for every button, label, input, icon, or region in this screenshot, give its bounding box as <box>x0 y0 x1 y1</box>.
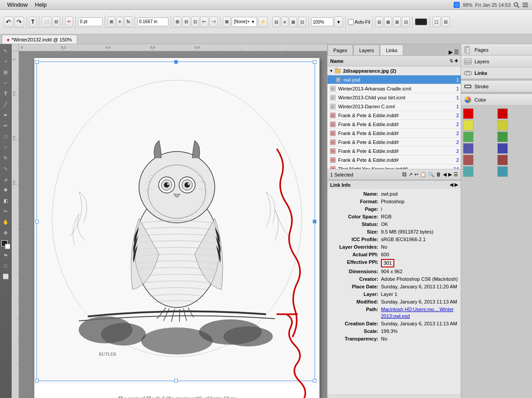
link-item-frank6[interactable]: ID Frank & Pete & Eddie.indd# 2 <box>327 156 461 164</box>
align2-btn[interactable]: ≡ <box>116 16 123 27</box>
flash-btn[interactable]: ⚡ <box>258 16 268 27</box>
tab-layers[interactable]: Layers <box>353 45 380 55</box>
dist-v[interactable]: ⊡ <box>298 16 306 27</box>
tab-pages[interactable]: Pages <box>327 45 353 55</box>
subpanel-layers[interactable]: Layers <box>461 56 532 67</box>
link-icon-3[interactable]: ↩ <box>414 172 418 177</box>
paste-btn[interactable]: ⊟ <box>52 16 60 27</box>
link-item-frank3[interactable]: ID Frank & Pete & Eddie.indd# 2 <box>327 129 461 138</box>
subpanel-color[interactable]: Color <box>461 94 532 106</box>
ellipse-tool[interactable]: ○ <box>1 142 11 152</box>
link-item-arkansas[interactable]: IC Winter2013-Arkansas Cradle.icml 1 <box>327 84 461 93</box>
preview-mode[interactable]: ⬜ <box>1 271 11 281</box>
style-btn[interactable]: ⊠ <box>223 16 231 27</box>
size-input[interactable] <box>78 17 102 26</box>
type-tool[interactable]: T <box>1 89 11 98</box>
shear-tool[interactable]: ⊿ <box>1 174 11 184</box>
scissors-tool[interactable]: ✂ <box>1 206 11 216</box>
document-canvas[interactable]: BUTLER <box>19 51 327 398</box>
frame2[interactable]: ☒ <box>442 16 450 27</box>
link-item-frank2[interactable]: ID Frank & Pete & Eddie.indd# 2 <box>327 120 461 129</box>
panel-options-btn[interactable]: ☰ <box>454 172 458 177</box>
color-teal[interactable] <box>463 166 474 177</box>
sample-tool[interactable]: ✚ <box>1 185 11 195</box>
scale-tool[interactable]: ⤡ <box>1 164 11 173</box>
menu-help[interactable]: Help <box>31 1 50 8</box>
hand-tool[interactable]: ✋ <box>1 217 11 227</box>
zoom-tool[interactable]: ⊕ <box>1 228 11 238</box>
redo-btn[interactable]: ↷ <box>14 16 24 27</box>
zoom-input[interactable] <box>311 17 333 26</box>
color-swatch[interactable] <box>415 18 427 25</box>
link-group-item[interactable]: ▼ 2disappearance.jpg (2) <box>327 66 461 75</box>
pencil-tool[interactable]: ✏ <box>1 121 11 131</box>
table2-btn[interactable]: ⊟ <box>182 16 190 27</box>
panel-expand[interactable]: ▶ <box>449 49 453 55</box>
align-btn[interactable]: ⊞ <box>107 16 115 27</box>
doc-tab[interactable]: ● *Winter20132.indd @ 150% <box>2 35 77 44</box>
size2-input[interactable] <box>137 17 168 26</box>
text-flow[interactable]: ⊡ <box>402 16 410 27</box>
text-align2[interactable]: ⊠ <box>384 16 392 27</box>
color-darkred[interactable] <box>497 108 508 119</box>
line-tool[interactable]: ╱ <box>1 99 11 109</box>
table3-btn[interactable]: ⊡ <box>191 16 199 27</box>
fx-btn[interactable]: fx <box>124 16 132 27</box>
frame1[interactable]: ☐ <box>432 16 441 27</box>
subpanel-links[interactable]: Links <box>461 67 532 79</box>
new-btn[interactable]: ↶ <box>4 16 13 27</box>
align-right[interactable]: ⊠ <box>289 16 297 27</box>
link-arrow-next[interactable]: ▶ <box>448 172 452 177</box>
subpanel-stroke[interactable]: Stroke <box>461 81 532 92</box>
select-tool[interactable]: ↖ <box>1 46 11 56</box>
direct-select[interactable]: ↗ <box>1 57 11 66</box>
rotate-tool[interactable]: ↻ <box>1 153 11 163</box>
menu-window[interactable]: Window <box>4 1 31 8</box>
rect-tool[interactable]: □ <box>1 131 11 141</box>
gradient-tool[interactable]: ◧ <box>1 196 11 205</box>
font-btn[interactable]: T <box>29 16 37 27</box>
link-icon-6[interactable]: 🗑 <box>436 172 441 177</box>
style-dropdown[interactable]: [None]+ ▼ <box>232 17 257 27</box>
align-left[interactable]: ⊟ <box>272 16 280 27</box>
link-item-frank1[interactable]: ID Frank & Pete & Eddie.indd# 2 <box>327 111 461 120</box>
link-item-child[interactable]: IC Winter2013-Child your birt.icml 1 <box>327 93 461 102</box>
subpanel-pages[interactable]: Pages <box>461 44 532 56</box>
link-icon-2[interactable]: ↗ <box>409 172 413 177</box>
color-darkyellow[interactable] <box>497 120 508 131</box>
link-icon-5[interactable]: 🔍 <box>428 172 434 177</box>
link-info-next[interactable]: ▶ <box>454 182 458 188</box>
color-darkteal[interactable] <box>497 166 508 177</box>
link-item-that-night[interactable]: ID That Night You Know love.indd# 14 <box>327 164 461 169</box>
color-yellow[interactable] <box>463 120 474 131</box>
table4-btn[interactable]: ⊢ <box>200 16 209 27</box>
table5-btn[interactable]: ⊣ <box>209 16 218 27</box>
align-center[interactable]: ≡ <box>281 16 288 27</box>
link-item-frank4[interactable]: ID Frank & Pete & Eddie.indd# 2 <box>327 138 461 147</box>
autofit-check[interactable] <box>348 19 354 25</box>
link-arrow-prev[interactable]: ◀ <box>443 172 446 177</box>
panel-menu[interactable]: ☰ <box>454 49 459 55</box>
text-align3[interactable]: ⊞ <box>393 16 401 27</box>
link-item-frank5[interactable]: ID Frank & Pete & Eddie.indd# 2 <box>327 147 461 156</box>
gap-tool[interactable]: ↔ <box>1 78 11 88</box>
link-item-darren[interactable]: IC Winter2013-Darren C.icml 1 <box>327 102 461 111</box>
normal-mode[interactable]: □ <box>1 261 11 271</box>
color-green[interactable] <box>463 131 474 142</box>
fill-swatch[interactable] <box>1 240 10 249</box>
sort-icon[interactable]: ⇅ <box>450 58 453 63</box>
link-icon-4[interactable]: 📋 <box>420 172 426 177</box>
color-maroon[interactable] <box>463 155 474 165</box>
table-btn[interactable]: ⊞ <box>173 16 181 27</box>
pen-btn[interactable]: ✏ <box>65 16 73 27</box>
color-darkmaroon[interactable] <box>497 155 508 165</box>
pen-tool[interactable]: ✒ <box>1 110 11 120</box>
link-info-prev[interactable]: ◀ <box>450 182 453 188</box>
zoom-dropdown[interactable]: ▼ <box>334 16 343 27</box>
swap-colors[interactable]: ⇆ <box>1 250 11 260</box>
new-icon[interactable]: ✚ <box>454 58 458 63</box>
color-darkblue[interactable] <box>497 143 508 154</box>
color-blue[interactable] <box>463 143 474 154</box>
link-item-owl[interactable]: P owl.psd 1 <box>327 75 461 84</box>
link-icon-1[interactable]: ⛓ <box>402 172 407 177</box>
